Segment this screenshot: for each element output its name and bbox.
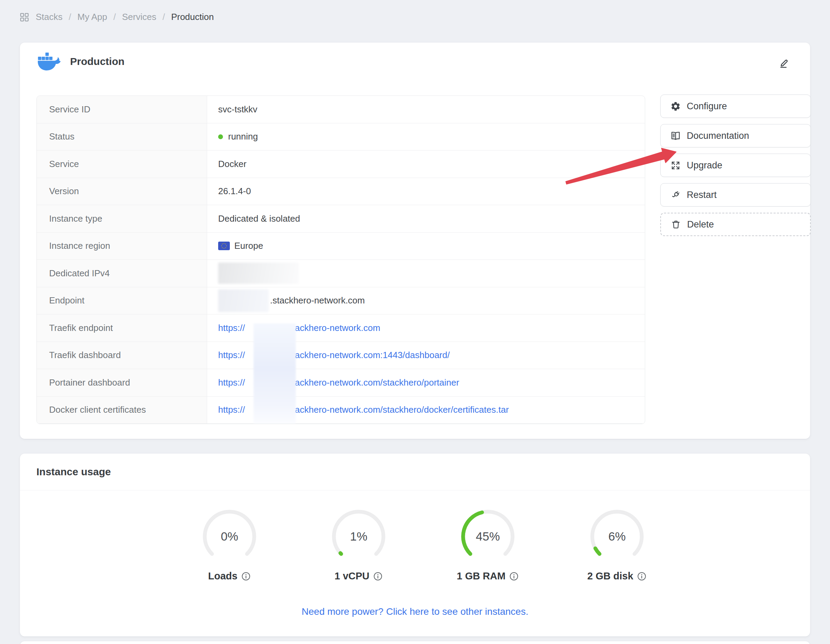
gauge-value: 45%: [459, 507, 517, 566]
row-value: running: [207, 124, 645, 151]
row-label: Service ID: [37, 96, 207, 123]
row-label: Instance type: [37, 205, 207, 232]
row-label: Traefik dashboard: [37, 342, 207, 369]
book-icon: [670, 131, 681, 141]
eu-flag-icon: [218, 241, 230, 250]
row-value: https://stackhero-network.com/stackhero/…: [207, 397, 645, 424]
redacted-ipv4: [218, 263, 299, 284]
row-value: svc-tstkkv: [207, 96, 645, 123]
edit-service-name-button[interactable]: [776, 55, 792, 71]
info-icon[interactable]: [509, 571, 519, 581]
table-row: Docker client certificates https://stack…: [37, 397, 645, 424]
gauge-value: 6%: [588, 507, 646, 566]
row-label: Instance region: [37, 233, 207, 260]
breadcrumb-separator: /: [163, 12, 165, 22]
service-details-table: Service ID svc-tstkkv Status running Ser…: [36, 95, 645, 424]
status-running-dot: [218, 134, 223, 139]
gauge-label: 2 GB disk: [588, 571, 634, 582]
redacted-subdomain: [245, 382, 288, 383]
pencil-icon: [778, 57, 790, 69]
row-label: Docker client certificates: [37, 397, 207, 424]
expand-arrows-icon: [670, 160, 681, 171]
configure-button[interactable]: Configure: [660, 95, 811, 118]
info-icon[interactable]: [373, 571, 383, 581]
table-row: Status running: [37, 124, 645, 151]
row-label: Traefik endpoint: [37, 314, 207, 342]
info-icon[interactable]: [637, 571, 646, 581]
row-value: https://stackhero-network.com/stackhero/…: [207, 369, 645, 396]
breadcrumb-stacks[interactable]: Stacks: [36, 12, 63, 22]
next-card-partial: [20, 641, 810, 644]
docker-certificates-link[interactable]: https://stackhero-network.com/stackhero/…: [218, 404, 509, 415]
more-power-link-row: Need more power? Click here to see other…: [20, 606, 810, 617]
row-value: [207, 260, 645, 287]
row-value: .stackhero-network.com: [207, 287, 645, 314]
table-row: Instance region Europe: [37, 233, 645, 260]
row-label: Service: [37, 151, 207, 178]
breadcrumb-current: Production: [171, 12, 214, 22]
table-row: Service ID svc-tstkkv: [37, 96, 645, 124]
redacted-subdomain: [245, 328, 288, 328]
table-row: Version 26.1.4-0: [37, 178, 645, 206]
docker-logo-icon: [37, 52, 61, 71]
gauge-disk: 6% 2 GB disk: [553, 507, 681, 582]
redacted-endpoint-prefix: [218, 289, 269, 312]
breadcrumb-services[interactable]: Services: [122, 12, 156, 22]
documentation-button[interactable]: Documentation: [660, 124, 811, 148]
gauge-vcpu: 1% 1 vCPU: [294, 507, 423, 582]
gauge-loads: 0% Loads: [165, 507, 294, 582]
table-row: Portainer dashboard https://stackhero-ne…: [37, 369, 645, 397]
row-label: Endpoint: [37, 287, 207, 314]
portainer-dashboard-link[interactable]: https://stackhero-network.com/stackhero/…: [218, 378, 459, 388]
row-value: https://stackhero-network.com: [207, 314, 645, 342]
table-row: Dedicated IPv4: [37, 260, 645, 287]
status-text: running: [228, 131, 258, 142]
gauge-value: 0%: [200, 507, 259, 566]
trash-icon: [671, 219, 681, 230]
see-other-instances-link[interactable]: Need more power? Click here to see other…: [302, 606, 528, 617]
delete-button[interactable]: Delete: [660, 213, 811, 236]
stacks-grid-icon: [19, 12, 30, 22]
row-value: Docker: [207, 151, 645, 178]
row-value: https://stackhero-network.com:1443/dashb…: [207, 342, 645, 369]
breadcrumb-separator: /: [69, 12, 71, 22]
table-row: Traefik endpoint https://stackhero-netwo…: [37, 314, 645, 342]
row-value: 26.1.4-0: [207, 178, 645, 205]
traefik-dashboard-link[interactable]: https://stackhero-network.com:1443/dashb…: [218, 350, 450, 360]
table-row: Endpoint .stackhero-network.com: [37, 287, 645, 315]
upgrade-button[interactable]: Upgrade: [660, 154, 811, 177]
traefik-endpoint-link[interactable]: https://stackhero-network.com: [218, 323, 380, 333]
instance-usage-card: Instance usage 0% Loads 1% 1 vC: [20, 454, 810, 636]
row-label: Dedicated IPv4: [37, 260, 207, 287]
usage-gauges: 0% Loads 1% 1 vCPU: [165, 507, 681, 582]
service-card-header: Production: [20, 43, 810, 81]
row-label: Version: [37, 178, 207, 205]
service-card: Production Service ID svc-tstkkv Status …: [20, 43, 810, 439]
redacted-subdomain: [245, 355, 288, 355]
restart-button[interactable]: Restart: [660, 183, 811, 206]
usage-card-title: Instance usage: [20, 454, 810, 490]
row-value: Europe: [207, 233, 645, 260]
table-row: Traefik dashboard https://stackhero-netw…: [37, 342, 645, 370]
gauge-label: Loads: [208, 571, 238, 582]
gauge-label: 1 GB RAM: [457, 571, 506, 582]
row-label: Portainer dashboard: [37, 369, 207, 396]
plug-icon: [670, 190, 681, 200]
gauge-ram: 45% 1 GB RAM: [423, 507, 553, 582]
table-row: Service Docker: [37, 151, 645, 178]
breadcrumb: Stacks / My App / Services / Production: [19, 12, 214, 22]
breadcrumb-my-app[interactable]: My App: [77, 12, 107, 22]
gauge-value: 1%: [329, 507, 388, 566]
gear-icon: [670, 101, 681, 112]
info-icon[interactable]: [241, 571, 251, 581]
service-title: Production: [70, 56, 124, 67]
row-value: Dedicated & isolated: [207, 205, 645, 232]
row-label: Status: [37, 124, 207, 151]
breadcrumb-separator: /: [113, 12, 116, 22]
table-row: Instance type Dedicated & isolated: [37, 205, 645, 233]
gauge-label: 1 vCPU: [334, 571, 370, 582]
service-actions: Configure Documentation: [660, 95, 811, 236]
